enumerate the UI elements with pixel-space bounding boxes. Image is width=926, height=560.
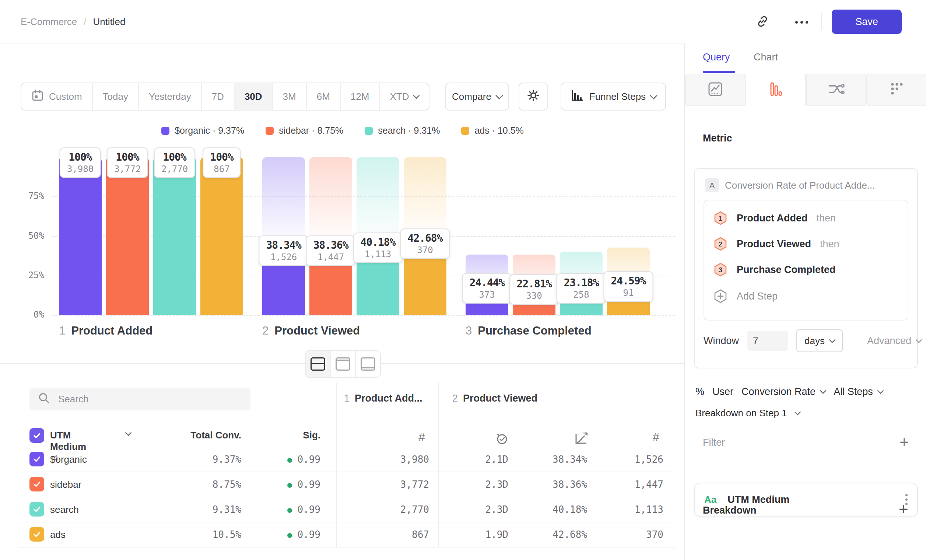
user-count: 258: [564, 289, 599, 300]
table-row[interactable]: $organic9.37%0.993,9802.1D38.34%1,526: [0, 446, 684, 472]
step-event-name: Product Viewed: [737, 238, 811, 250]
significance-value: 0.99: [265, 529, 321, 540]
bar-value-label: 100%867: [203, 147, 241, 178]
table-row[interactable]: sidebar8.75%0.993,7722.3D38.36%1,447: [0, 472, 684, 496]
legend-swatch: [161, 127, 169, 135]
tab-chart[interactable]: Chart: [754, 51, 778, 63]
chevron-down-icon[interactable]: [125, 429, 132, 436]
select-all-checkbox[interactable]: [29, 428, 44, 443]
svg-text:%: %: [583, 431, 588, 437]
bar-value-label: 38.34%1,526: [259, 235, 308, 266]
breadcrumb-report-title[interactable]: Untitled: [93, 16, 125, 28]
layout-split-button[interactable]: [306, 351, 330, 377]
query-step-3[interactable]: 3Purchase Completed: [713, 262, 836, 277]
table-row[interactable]: search9.31%0.992,7702.3D40.18%1,113: [0, 496, 684, 522]
row-checkbox[interactable]: [29, 477, 44, 492]
bar-value-label: 38.36%1,447: [306, 235, 356, 266]
bar-value-label: 24.59%91: [603, 271, 653, 302]
funnel-bar-step1-ads[interactable]: [200, 157, 243, 315]
chevron-down-icon: [495, 91, 503, 99]
count-column-icon[interactable]: #: [653, 430, 659, 444]
range-yesterday[interactable]: Yesterday: [138, 83, 201, 110]
formula-text[interactable]: Conversion Rate of Product Adde...: [725, 180, 875, 191]
header-divider: [822, 13, 822, 30]
query-step-1[interactable]: 1Product Addedthen: [713, 211, 836, 226]
advanced-toggle[interactable]: Advanced: [867, 335, 921, 347]
breakdown-on-step-dropdown[interactable]: Breakdown on Step 1: [695, 407, 800, 419]
query-step-2[interactable]: 2Product Viewedthen: [713, 236, 840, 251]
window-unit-dropdown[interactable]: days: [796, 329, 843, 352]
tab-funnels[interactable]: [746, 74, 806, 106]
metric-dropdown[interactable]: Conversion Rate: [741, 386, 825, 398]
row-checkbox[interactable]: [29, 452, 44, 466]
table-cell: 3,772: [348, 479, 429, 490]
app-header: E-Commerce / Untitled Save: [0, 0, 926, 44]
table-group-head-1[interactable]: 1 Product Add...: [344, 393, 422, 404]
range-30d[interactable]: 30D: [234, 83, 272, 110]
count-column-icon[interactable]: #: [418, 430, 425, 444]
save-button[interactable]: Save: [832, 9, 902, 34]
more-menu-button[interactable]: [791, 12, 812, 32]
time-to-convert-icon[interactable]: [494, 431, 509, 447]
range-custom[interactable]: Custom: [21, 83, 92, 110]
search-input[interactable]: [57, 393, 242, 405]
funnel-bar-step1-search[interactable]: [153, 157, 196, 315]
scope-dropdown[interactable]: All Steps: [834, 386, 883, 398]
tab-flows[interactable]: [806, 74, 866, 106]
bar-value-label: 24.44%373: [462, 273, 511, 304]
sig-header[interactable]: Sig.: [284, 430, 321, 441]
range-today[interactable]: Today: [92, 83, 138, 110]
compare-button[interactable]: Compare: [445, 83, 509, 110]
svg-text:2: 2: [719, 240, 723, 248]
user-count: 373: [469, 289, 504, 300]
breadcrumb-project[interactable]: E-Commerce: [21, 16, 77, 28]
table-cell: 40.18%: [506, 504, 587, 515]
total-conv-header[interactable]: Total Conv.: [184, 430, 241, 441]
step-number-hexagon: 3: [713, 262, 728, 277]
legend-item-search[interactable]: search · 9.31%: [365, 125, 440, 136]
range-xtd[interactable]: XTD: [379, 83, 429, 110]
conversion-pct: 22.81%: [516, 278, 551, 290]
table-cell: 2.1D: [427, 454, 508, 465]
chart-type-button[interactable]: Funnel Steps: [561, 83, 666, 110]
table-cell: 867: [348, 529, 429, 540]
add-step-button[interactable]: Add Step: [713, 289, 778, 304]
row-checkbox[interactable]: [29, 502, 44, 516]
copy-link-button[interactable]: [752, 12, 773, 32]
conversion-rate-column-icon[interactable]: %: [573, 431, 589, 447]
table-search[interactable]: [29, 387, 250, 410]
legend-item-sidebar[interactable]: sidebar · 8.75%: [266, 125, 343, 136]
table-group-head-2[interactable]: 2 Product Viewed: [452, 393, 537, 404]
layout-chart-only-button[interactable]: [330, 351, 355, 377]
range-7d[interactable]: 7D: [201, 83, 234, 110]
funnel-bar-step1-sidebar[interactable]: [106, 157, 149, 315]
user-count: 3,772: [114, 164, 141, 174]
kebab-menu-icon[interactable]: [905, 494, 908, 505]
row-checkbox[interactable]: [29, 527, 44, 542]
tab-insights[interactable]: [685, 74, 746, 106]
step-axis-label-3: 3Purchase Completed: [466, 324, 592, 338]
funnel-bar-step1-$organic[interactable]: [59, 157, 102, 315]
conversion-pct: 100%: [161, 151, 188, 163]
actor-label[interactable]: User: [713, 386, 733, 398]
table-row[interactable]: ads10.5%0.998671.9D42.68%370: [0, 522, 684, 547]
funnel-report-app: E-Commerce / Untitled Save CustomTodayYe…: [0, 0, 926, 560]
step-event-name: Purchase Completed: [737, 264, 836, 275]
legend-item-ads[interactable]: ads · 10.5%: [461, 125, 524, 136]
breakdown-item[interactable]: Aa UTM Medium: [694, 483, 918, 516]
window-value-input[interactable]: 7: [747, 331, 788, 351]
chart-settings-button[interactable]: [519, 83, 548, 110]
range-12m[interactable]: 12M: [340, 83, 380, 110]
range-6m[interactable]: 6M: [306, 83, 340, 110]
layout-table-only-button[interactable]: [355, 351, 380, 377]
tab-query[interactable]: Query: [703, 51, 730, 63]
significance-dot: [287, 508, 292, 513]
tab-retention[interactable]: [866, 74, 926, 106]
segment-name: ads: [50, 529, 65, 540]
step-name: Product Add...: [355, 393, 422, 404]
legend-item-organic[interactable]: $organic · 9.37%: [161, 125, 244, 136]
breadcrumb: E-Commerce / Untitled: [21, 16, 126, 28]
range-3m[interactable]: 3M: [272, 83, 306, 110]
bar-value-label: 100%2,770: [154, 147, 195, 178]
add-filter-button[interactable]: +: [899, 434, 909, 450]
